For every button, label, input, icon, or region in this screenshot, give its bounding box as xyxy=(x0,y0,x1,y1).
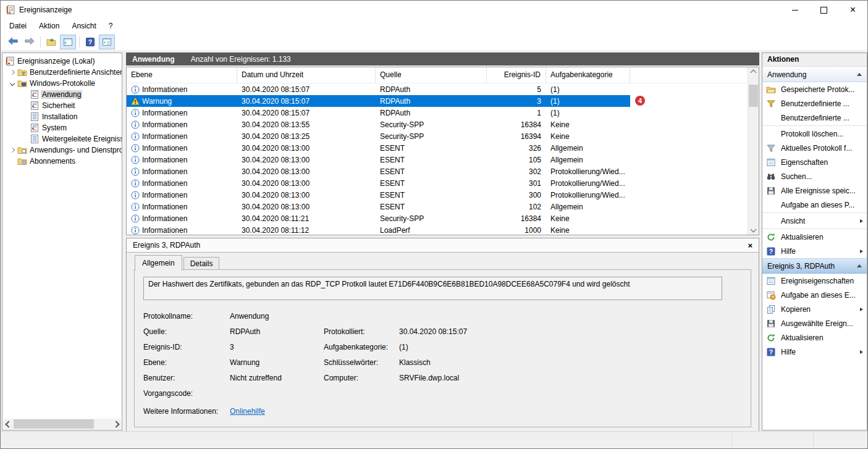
menu-aktion[interactable]: Aktion xyxy=(33,20,65,32)
action-create-custom-view[interactable]: Benutzerdefinierte ... xyxy=(762,96,867,111)
actions-panel: Aktionen Anwendung Gespeicherte Protok..… xyxy=(762,52,867,430)
info-icon xyxy=(131,120,140,129)
scroll-right-icon[interactable] xyxy=(111,419,121,429)
table-row[interactable]: Informationen 30.04.2020 08:13:00 ESENT … xyxy=(127,189,630,201)
tab-allgemein[interactable]: Allgemein xyxy=(135,255,182,271)
menu-datei[interactable]: Datei xyxy=(3,20,33,32)
table-row[interactable]: Informationen 30.04.2020 08:13:00 ESENT … xyxy=(127,142,630,154)
column-header-aufgabenkategorie[interactable]: Aufgabenkategorie xyxy=(546,67,630,83)
action-save-all-events[interactable]: Alle Ereignisse speic... xyxy=(762,183,867,198)
table-row[interactable]: Informationen 30.04.2020 08:11:21 Securi… xyxy=(127,212,630,224)
toolbar-help-button[interactable]: ? xyxy=(82,35,98,49)
tree-item-system[interactable]: System xyxy=(2,122,122,133)
maximize-button[interactable] xyxy=(809,1,838,19)
field-value: 30.04.2020 08:15:07 xyxy=(399,327,467,336)
tree-item-installation[interactable]: Installation xyxy=(2,111,122,122)
table-row-selected[interactable]: Warnung 30.04.2020 08:15:07 RDPAuth 3 (1… xyxy=(127,95,630,107)
menu-help[interactable]: ? xyxy=(103,20,119,32)
table-row[interactable]: Informationen 30.04.2020 08:15:07 RDPAut… xyxy=(127,107,630,119)
action-open-saved-log[interactable]: Gespeicherte Protok... xyxy=(762,82,867,96)
column-header-quelle[interactable]: Quelle xyxy=(376,67,487,83)
folder-filter-icon xyxy=(17,67,27,77)
action-group-header-event[interactable]: Ereignis 3, RDPAuth xyxy=(762,258,867,274)
action-filter-current-log[interactable]: Aktuelles Protokoll f... xyxy=(762,141,867,155)
toolbar-forward-button[interactable] xyxy=(21,35,37,49)
tree-item-root[interactable]: Ereignisanzeige (Lokal) xyxy=(2,56,122,67)
action-refresh[interactable]: Aktualisieren xyxy=(762,230,867,244)
column-header-ereignis-id[interactable]: Ereignis-ID xyxy=(487,67,546,83)
scroll-up-icon[interactable] xyxy=(748,67,759,78)
event-action-attach-task[interactable]: Aufgabe an dieses E... xyxy=(762,288,867,302)
tree-item-anwendung[interactable]: Anwendung xyxy=(2,89,122,100)
action-properties[interactable]: Eigenschaften xyxy=(762,155,867,169)
event-message: Der Hashwert des Zertifikats, gebunden a… xyxy=(143,277,722,300)
event-action-save-selected[interactable]: Ausgewählte Ereign... xyxy=(762,316,867,330)
info-icon xyxy=(131,144,140,153)
tree-item-custom-views[interactable]: Benutzerdefinierte Ansichten xyxy=(2,67,122,78)
action-help[interactable]: ? Hilfe xyxy=(762,244,867,258)
detail-content: Der Hashwert des Zertifikats, gebunden a… xyxy=(134,269,751,427)
table-row[interactable]: Informationen 30.04.2020 08:13:00 ESENT … xyxy=(127,166,630,177)
scroll-down-icon[interactable] xyxy=(748,224,759,235)
close-icon: × xyxy=(850,5,856,15)
table-row[interactable]: Informationen 30.04.2020 08:15:07 RDPAut… xyxy=(127,83,630,95)
table-row[interactable]: Informationen 30.04.2020 08:13:25 Securi… xyxy=(127,130,630,142)
field-value: SRVFile.dwp.local xyxy=(399,374,467,382)
tree-item-weitergeleitete-ereignisse[interactable]: Weitergeleitete Ereignisse xyxy=(2,133,122,145)
close-button[interactable]: × xyxy=(838,1,867,19)
toolbar-back-button[interactable] xyxy=(4,35,20,49)
online-help-link[interactable]: Onlinehilfe xyxy=(230,407,265,416)
event-action-refresh[interactable]: Aktualisieren xyxy=(762,330,867,345)
table-row[interactable]: Informationen 30.04.2020 08:13:55 Securi… xyxy=(127,119,630,130)
minimize-button[interactable] xyxy=(780,1,809,19)
menu-ansicht[interactable]: Ansicht xyxy=(65,20,102,32)
action-group-header-anwendung[interactable]: Anwendung xyxy=(762,67,867,82)
scrollbar-thumb[interactable] xyxy=(749,85,758,107)
action-attach-task-to-log[interactable]: Aufgabe an dieses P... xyxy=(762,198,867,212)
action-find[interactable]: Suchen... xyxy=(762,169,867,183)
event-action-copy[interactable]: Kopieren xyxy=(762,302,867,316)
scrollbar-thumb[interactable] xyxy=(14,419,94,429)
toolbar-action-pane-button[interactable] xyxy=(99,35,115,49)
expander-expanded-icon[interactable] xyxy=(7,78,17,88)
copy-icon xyxy=(766,304,776,314)
info-icon xyxy=(131,179,140,188)
tree-item-sicherheit[interactable]: Sicherheit xyxy=(2,100,122,111)
tree-item-app-service-logs[interactable]: Anwendungs- und Dienstprotokolle xyxy=(2,145,122,156)
action-view[interactable]: Ansicht xyxy=(762,214,867,228)
separator xyxy=(762,229,867,229)
properties-icon xyxy=(766,276,776,286)
detail-close-button[interactable]: × xyxy=(748,241,752,250)
event-log-icon xyxy=(30,90,40,99)
table-row[interactable]: Informationen 30.04.2020 08:13:00 ESENT … xyxy=(127,154,630,166)
folder-icon xyxy=(17,145,27,155)
table-row[interactable]: Informationen 30.04.2020 08:11:12 LoadPe… xyxy=(127,224,630,235)
table-vertical-scrollbar[interactable] xyxy=(748,67,759,235)
tree-item-abonnements[interactable]: Abonnements xyxy=(2,156,122,167)
info-icon xyxy=(131,156,140,164)
column-header-datum[interactable]: Datum und Uhrzeit xyxy=(237,67,376,83)
refresh-icon xyxy=(766,232,776,242)
info-icon xyxy=(131,85,140,94)
column-header-ebene[interactable]: Ebene xyxy=(127,67,237,83)
toolbar-console-tree-button[interactable] xyxy=(60,35,76,49)
tree-horizontal-scrollbar[interactable] xyxy=(3,419,121,429)
toolbar-open-button[interactable] xyxy=(43,35,59,49)
tree-item-windows-logs[interactable]: Windows-Protokolle xyxy=(2,78,122,89)
forward-arrow-icon xyxy=(24,37,34,47)
log-title-bar: Anwendung Anzahl von Ereignissen: 1.133 xyxy=(126,52,759,65)
tab-details[interactable]: Details xyxy=(183,257,220,270)
expander-collapsed-icon[interactable] xyxy=(7,145,17,155)
action-clear-log[interactable]: Protokoll löschen... xyxy=(762,127,867,141)
filter-icon xyxy=(766,99,776,109)
event-action-properties[interactable]: Ereigniseigenschaften xyxy=(762,274,867,288)
table-row[interactable]: Informationen 30.04.2020 08:13:00 ESENT … xyxy=(127,201,630,212)
event-action-help[interactable]: ? Hilfe xyxy=(762,345,867,359)
action-import-custom-view[interactable]: Benutzerdefinierte ... xyxy=(762,111,867,125)
save-icon xyxy=(766,186,776,196)
expander-collapsed-icon[interactable] xyxy=(7,67,17,77)
help-icon: ? xyxy=(766,246,776,256)
info-icon xyxy=(131,214,140,223)
scroll-left-icon[interactable] xyxy=(3,419,14,429)
table-row[interactable]: Informationen 30.04.2020 08:13:00 ESENT … xyxy=(127,177,630,189)
